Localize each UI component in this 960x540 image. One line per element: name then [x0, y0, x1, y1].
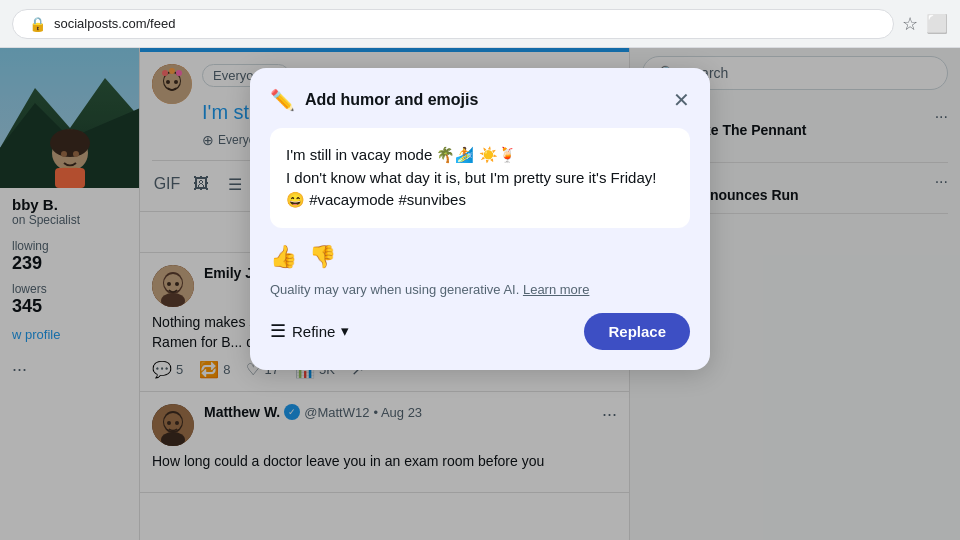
thumbs-down-button[interactable]: 👎	[309, 244, 336, 270]
url-bar[interactable]: 🔒 socialposts.com/feed	[12, 9, 894, 39]
learn-more-link[interactable]: Learn more	[523, 282, 589, 297]
replace-button[interactable]: Replace	[584, 313, 690, 350]
ai-pencil-icon: ✏️	[270, 88, 295, 112]
ai-close-button[interactable]: ✕	[673, 88, 690, 112]
ai-bottom-row: ☰ Refine ▾ Replace	[270, 313, 690, 350]
refine-icon: ☰	[270, 320, 286, 342]
browser-bar: 🔒 socialposts.com/feed ☆ ⬜	[0, 0, 960, 48]
ai-modal: ✏️ Add humor and emojis ✕ I'm still in v…	[250, 68, 710, 370]
extension-icon[interactable]: ⬜	[926, 13, 948, 35]
bookmark-icon[interactable]: ☆	[902, 13, 918, 35]
lock-icon: 🔒	[29, 16, 46, 32]
ai-modal-title: Add humor and emojis	[305, 91, 663, 109]
modal-overlay: ✏️ Add humor and emojis ✕ I'm still in v…	[0, 48, 960, 540]
ai-disclaimer: Quality may vary when using generative A…	[270, 282, 690, 297]
ai-feedback-row: 👍 👎	[270, 244, 690, 270]
ai-modal-header: ✏️ Add humor and emojis ✕	[270, 88, 690, 112]
thumbs-up-button[interactable]: 👍	[270, 244, 297, 270]
url-text: socialposts.com/feed	[54, 16, 175, 31]
refine-button[interactable]: ☰ Refine ▾	[270, 320, 349, 342]
ai-suggestion-box: I'm still in vacay mode 🌴🏄 ☀️🍹 I don't k…	[270, 128, 690, 228]
chevron-down-icon-refine: ▾	[341, 322, 349, 340]
